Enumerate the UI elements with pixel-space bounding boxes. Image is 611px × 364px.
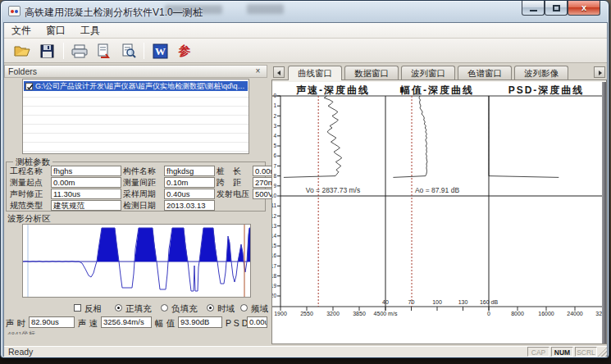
toolbar-separator xyxy=(144,43,144,59)
printer-icon xyxy=(71,44,88,58)
freq-domain-radio[interactable] xyxy=(240,304,248,312)
tab-curve-window[interactable]: 曲线窗口 xyxy=(288,66,342,80)
param-field[interactable]: fhgkdsg xyxy=(164,166,215,176)
param-char-icon: 参 xyxy=(179,43,191,59)
folder-item[interactable]: G:\公司产品设计开发\超声仪器\超声仪实地检测数据\测桩\qd\qd03\qd… xyxy=(24,81,248,91)
minimize-button[interactable] xyxy=(522,1,545,16)
curve-annotation: Vo = 2837.73 m/s xyxy=(306,186,360,194)
depth-tick-label: 7 xyxy=(273,163,276,169)
param-field[interactable]: 0.10m xyxy=(164,177,215,188)
x-tick-label: 2550 xyxy=(300,311,313,316)
param-label: 测量起点 xyxy=(10,177,49,188)
glass-reflection xyxy=(247,4,284,14)
export-report-button[interactable] xyxy=(94,41,114,61)
title-bar[interactable]: 高铁建用混凝土检测分析软件V1.0—测桩 x xyxy=(1,1,609,22)
x-tick-label: 1900 xyxy=(274,311,287,316)
fill-negative-radio[interactable] xyxy=(161,304,168,312)
param-field[interactable]: 0.40us xyxy=(164,189,215,199)
param-label: 构件名称 xyxy=(123,166,162,176)
app-window: 高铁建用混凝土检测分析软件V1.0—测桩 x 文件 窗口 工具 xyxy=(0,0,609,358)
x-tick-label: 3200 xyxy=(326,311,340,316)
fill-positive-label: 正填充 xyxy=(125,303,152,315)
fill-negative-label: 负填充 xyxy=(171,303,198,315)
depth-tick-label: 9 xyxy=(273,183,276,189)
vertical-scrollbar[interactable] xyxy=(602,82,606,344)
print-preview-button[interactable] xyxy=(119,41,139,61)
depth-curve xyxy=(489,96,559,177)
param-label: 声时修正 xyxy=(10,189,49,199)
x-tick-label: 40 xyxy=(382,299,389,305)
amplitude-field[interactable]: 93.90dB xyxy=(178,316,222,328)
param-label: 桩 长 xyxy=(217,166,251,176)
param-field[interactable]: fhghs xyxy=(51,166,121,176)
preview-magnifier-icon xyxy=(121,43,136,58)
param-label: 规范类型 xyxy=(10,200,49,211)
print-button[interactable] xyxy=(70,41,89,61)
sound-velocity-field[interactable]: 3256.94m/s xyxy=(101,316,152,328)
psd-field[interactable]: 0.00us^2/m xyxy=(247,316,267,328)
folder-list[interactable]: G:\公司产品设计开发\超声仪器\超声仪实地检测数据\测桩\qd\qd03\qd… xyxy=(22,79,249,154)
tab-scroll-left-icon[interactable] xyxy=(273,66,285,78)
param-field[interactable]: 建筑规范 xyxy=(51,200,121,211)
menu-item-tools[interactable]: 工具 xyxy=(73,22,107,39)
wave-display-options: 反相 正填充 负填充 时域 频域 xyxy=(4,303,267,315)
time-domain-radio[interactable] xyxy=(207,304,214,312)
param-label: 跨 距 xyxy=(217,177,251,188)
param-field[interactable]: 270mm xyxy=(253,177,272,188)
app-icon xyxy=(8,6,21,16)
x-tick-label: 70 xyxy=(408,299,415,305)
depth-tick-label: 19 xyxy=(272,283,276,289)
depth-tick-label: 16 xyxy=(272,253,276,258)
maximize-button[interactable] xyxy=(545,1,568,16)
fill-positive-radio[interactable] xyxy=(115,304,122,312)
param-field[interactable]: 2013.03.13 xyxy=(164,200,215,211)
status-text: Ready xyxy=(8,347,33,357)
x-tick-label: 0 xyxy=(487,311,490,316)
x-tick-label: 4500 m/s xyxy=(374,311,398,316)
param-field[interactable]: 11.30us xyxy=(51,189,121,199)
depth-tick-label: 8 xyxy=(273,173,276,179)
invert-checkbox[interactable] xyxy=(74,304,81,312)
depth-tick-label: 4 xyxy=(273,133,276,139)
menu-item-file[interactable]: 文件 xyxy=(4,22,39,39)
folder-path: G:\公司产品设计开发\超声仪器\超声仪实地检测数据\测桩\qd\qd03\qd… xyxy=(35,81,248,91)
depth-tick-label: 11 xyxy=(272,202,276,208)
page-export-icon xyxy=(97,43,112,58)
parameter-button[interactable]: 参 xyxy=(175,41,194,61)
save-button[interactable] xyxy=(37,41,57,61)
tab-data-window[interactable]: 数据窗口 xyxy=(344,66,399,80)
tab-wavetrain-image[interactable]: 波列影像 xyxy=(514,66,568,80)
status-flag-scrl: SCRL xyxy=(575,347,597,357)
depth-tick-label: 10 xyxy=(272,193,276,198)
menu-bar: 文件 窗口 工具 xyxy=(4,23,607,39)
waveform-plot xyxy=(23,225,250,297)
resize-grip[interactable] xyxy=(597,347,607,357)
tab-bar: 曲线窗口 数据窗口 波列窗口 色谱窗口 波列影像 xyxy=(271,66,607,80)
depth-tick-label: 18 xyxy=(272,273,276,279)
tab-wavetrain-window[interactable]: 波列窗口 xyxy=(401,66,455,80)
status-flag-num: NUM xyxy=(551,347,573,357)
open-folder-icon xyxy=(14,44,30,57)
x-tick-label: 130 xyxy=(458,299,468,305)
sound-time-field[interactable]: 82.90us xyxy=(29,316,75,328)
param-field[interactable]: 0.00m xyxy=(51,177,121,188)
param-field[interactable]: 0.00m xyxy=(253,166,272,176)
open-file-button[interactable] xyxy=(12,41,32,61)
menu-item-window[interactable]: 窗口 xyxy=(39,22,73,39)
word-export-button[interactable]: W xyxy=(150,41,170,61)
close-button[interactable]: x xyxy=(568,1,600,16)
folders-close-icon[interactable]: × xyxy=(253,66,263,76)
param-field[interactable]: 500V xyxy=(253,189,272,199)
tab-spectrum-window[interactable]: 色谱窗口 xyxy=(458,66,512,80)
tab-scroll-right-icon[interactable] xyxy=(594,66,605,78)
depth-tick-label: 5 xyxy=(273,143,276,148)
clipped-note: 4841坐标 xyxy=(7,330,57,334)
depth-tick-label: 13 xyxy=(272,223,276,229)
readout-label: 声 速 xyxy=(78,318,98,330)
x-tick-label: 8000 xyxy=(511,311,524,316)
param-label: 发射电压 xyxy=(217,189,251,199)
folder-checkbox[interactable] xyxy=(25,83,33,90)
depth-curve xyxy=(393,96,427,177)
depth-curve xyxy=(284,96,342,177)
freq-domain-label: 频域 xyxy=(251,303,268,315)
